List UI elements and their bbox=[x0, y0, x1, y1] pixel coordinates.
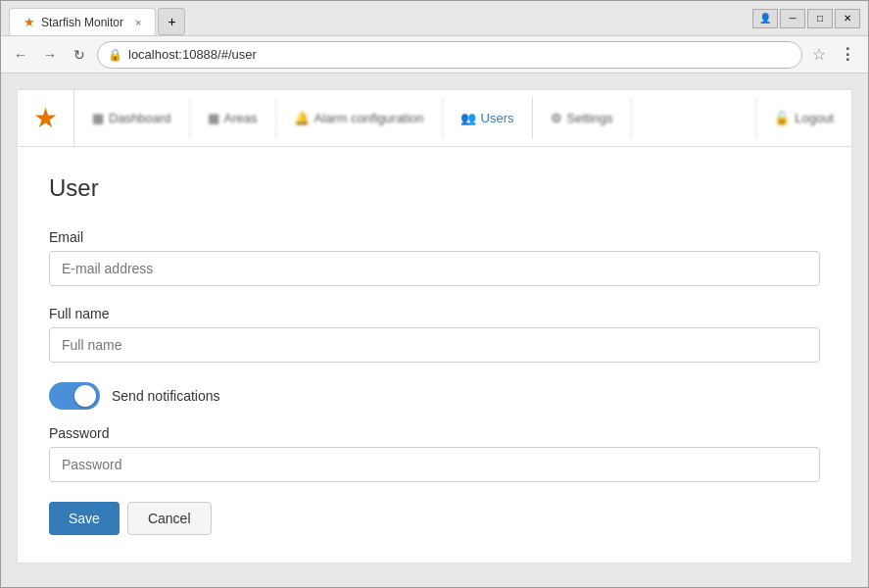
browser-tab[interactable]: ★ Starfish Monitor × bbox=[9, 8, 156, 35]
fullname-input[interactable] bbox=[49, 327, 820, 363]
new-tab-button[interactable]: + bbox=[158, 8, 185, 35]
nav-label-alarm-config: Alarm configuration bbox=[314, 111, 424, 125]
password-group: Password bbox=[49, 425, 820, 482]
refresh-icon: ↻ bbox=[73, 47, 85, 63]
address-lock-icon: 🔒 bbox=[108, 48, 122, 62]
window-controls: 👤 ─ □ ✕ bbox=[752, 9, 860, 28]
logo-star-icon: ★ bbox=[33, 102, 58, 134]
notifications-label: Send notifications bbox=[112, 388, 220, 404]
alarm-icon: 🔔 bbox=[294, 111, 310, 125]
nav-logo[interactable]: ★ bbox=[18, 90, 74, 146]
nav-item-users[interactable]: 👥 Users bbox=[443, 97, 533, 139]
nav-item-areas[interactable]: ▦ Areas bbox=[190, 97, 276, 139]
settings-icon: ⚙ bbox=[551, 111, 562, 125]
save-button[interactable]: Save bbox=[49, 502, 120, 535]
nav-label-logout: Logout bbox=[795, 111, 834, 125]
back-icon: ← bbox=[14, 47, 27, 63]
button-row: Save Cancel bbox=[49, 502, 820, 535]
app-nav: ★ ▦ Dashboard ▦ Areas 🔔 Alarm configurat… bbox=[18, 90, 851, 147]
browser-window: ★ Starfish Monitor × + 👤 ─ □ ✕ ← → bbox=[0, 0, 869, 588]
minimize-button[interactable]: ─ bbox=[780, 9, 805, 28]
address-bar: ← → ↻ 🔒 ☆ ⋮ bbox=[1, 36, 868, 74]
nav-item-alarm-config[interactable]: 🔔 Alarm configuration bbox=[276, 97, 443, 139]
tab-star-icon: ★ bbox=[24, 15, 35, 29]
minimize-icon: ─ bbox=[789, 13, 796, 24]
areas-icon: ▦ bbox=[208, 111, 219, 125]
forward-button[interactable]: → bbox=[38, 43, 62, 67]
maximize-button[interactable]: □ bbox=[807, 9, 833, 28]
password-input[interactable] bbox=[49, 447, 820, 482]
browser-menu-button[interactable]: ⋮ bbox=[836, 45, 860, 64]
app-container: ★ ▦ Dashboard ▦ Areas 🔔 Alarm configurat… bbox=[17, 89, 852, 564]
email-group: Email bbox=[49, 229, 820, 286]
nav-item-settings[interactable]: ⚙ Settings bbox=[533, 97, 632, 139]
back-button[interactable]: ← bbox=[9, 43, 32, 67]
nav-item-logout[interactable]: 🔓 Logout bbox=[755, 97, 851, 139]
forward-icon: → bbox=[43, 47, 57, 63]
address-input[interactable] bbox=[128, 47, 792, 62]
profile-button[interactable]: 👤 bbox=[752, 9, 778, 28]
bookmark-button[interactable]: ☆ bbox=[808, 45, 830, 64]
cancel-button[interactable]: Cancel bbox=[127, 502, 212, 535]
title-bar: ★ Starfish Monitor × + 👤 ─ □ ✕ bbox=[1, 1, 868, 36]
nav-label-users: Users bbox=[481, 111, 514, 125]
notifications-row: Send notifications bbox=[49, 382, 820, 410]
email-input[interactable] bbox=[49, 251, 820, 286]
close-icon: ✕ bbox=[844, 13, 851, 24]
dashboard-icon: ▦ bbox=[92, 111, 104, 125]
tab-close-button[interactable]: × bbox=[135, 17, 141, 28]
maximize-icon: □ bbox=[817, 13, 823, 24]
refresh-button[interactable]: ↻ bbox=[68, 43, 91, 67]
nav-label-dashboard: Dashboard bbox=[109, 111, 171, 125]
toggle-thumb bbox=[74, 385, 96, 407]
fullname-label: Full name bbox=[49, 306, 820, 321]
nav-item-dashboard[interactable]: ▦ Dashboard bbox=[74, 97, 190, 139]
nav-label-settings: Settings bbox=[567, 111, 613, 125]
logout-icon: 🔓 bbox=[774, 111, 790, 125]
email-label: Email bbox=[49, 229, 820, 245]
page-content: ★ ▦ Dashboard ▦ Areas 🔔 Alarm configurat… bbox=[1, 74, 868, 587]
users-icon: 👥 bbox=[460, 111, 476, 125]
profile-icon: 👤 bbox=[759, 13, 771, 24]
tab-title: Starfish Monitor bbox=[41, 16, 123, 29]
page-title: User bbox=[49, 174, 820, 202]
main-content: User Email Full name Send notificatio bbox=[18, 147, 851, 563]
fullname-group: Full name bbox=[49, 306, 820, 363]
password-label: Password bbox=[49, 425, 820, 441]
notifications-toggle[interactable] bbox=[49, 382, 100, 410]
toggle-track bbox=[49, 382, 100, 410]
nav-label-areas: Areas bbox=[224, 111, 258, 125]
close-button[interactable]: ✕ bbox=[835, 9, 860, 28]
address-input-wrap: 🔒 bbox=[97, 41, 802, 69]
